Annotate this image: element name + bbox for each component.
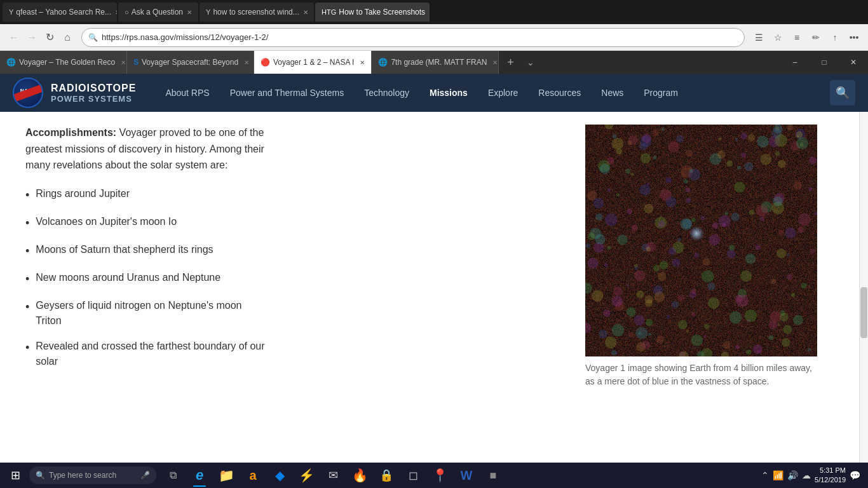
taskbar-dropbox[interactable]: ◆ [267,463,292,488]
tab-close-2[interactable]: ✕ [187,9,192,16]
taskbar-word[interactable]: W [454,463,479,488]
taskbar-notification[interactable]: 💬 [850,470,860,480]
tab2-label-4: 7th grade (MR. MATT FRAN [391,58,487,67]
top-tab-3[interactable]: Y how to screenshot wind... ✕ [200,3,314,22]
nav-technology[interactable]: Technology [354,74,419,112]
nav-missions[interactable]: Missions [419,74,478,112]
taskbar-amazon[interactable]: a [240,463,266,488]
reader-view-button[interactable]: ☰ [750,29,768,46]
taskbar-security[interactable]: 🔒 [374,463,399,488]
nasa-swoosh [13,83,43,103]
second-tab-row: 🌐 Voyager – The Golden Reco ✕ S Voyager … [0,51,868,74]
site-title-line2: POWER SYSTEMS [51,94,136,104]
taskbar-task-view[interactable]: ⧉ [160,463,186,488]
taskbar-volume[interactable]: 🔊 [787,470,798,480]
forward-button[interactable]: → [23,29,41,46]
tab-list-button[interactable]: ⌄ [522,51,539,74]
taskbar-edge[interactable]: e [187,463,212,488]
taskbar-search-box[interactable]: 🔍 Type here to search 🎤 [29,466,156,484]
scrollbar-track[interactable] [859,112,868,463]
tab-close-3[interactable]: ✕ [303,9,308,16]
taskbar-maps[interactable]: 📍 [427,463,452,488]
top-tab-4[interactable]: HTG How to Take Screenshots ✕ [315,3,430,22]
top-tab-label-2: Ask a Question [132,8,183,17]
list-item-3: • Moons of Saturn that shepherd its ring… [25,242,267,260]
notes-button[interactable]: ✏ [807,29,825,46]
nav-about-rps[interactable]: About RPS [155,74,219,112]
tab2-icon-4: 🌐 [378,58,388,67]
taskbar-chevron-up[interactable]: ⌃ [761,470,769,480]
maximize-button[interactable]: □ [810,51,839,74]
taskbar-time: 5:31 PM [815,466,846,475]
nav-explore[interactable]: Explore [478,74,528,112]
taskbar-right: ⌃ 📶 🔊 ☁ 5:31 PM 5/12/2019 💬 [761,466,865,485]
space-canvas [585,125,817,356]
taskbar-mic-icon[interactable]: 🎤 [140,471,150,480]
list-item-4: • New moons around Uranus and Neptune [25,270,267,288]
address-bar[interactable]: 🔍 https://rps.nasa.gov/missions/12/voyag… [81,28,745,47]
taskbar-app-flash[interactable]: ⚡ [294,463,319,488]
taskbar-cloud[interactable]: ☁ [802,470,811,480]
tab-close-1[interactable]: ✕ [115,9,117,16]
taskbar-search-text: Type here to search [49,471,116,480]
nav-power-thermal[interactable]: Power and Thermal Systems [220,74,354,112]
favorites-button[interactable]: ☆ [769,29,787,46]
list-item-2: • Volcanoes on Jupiter's moon Io [25,214,267,232]
scrollbar-thumb[interactable] [860,287,867,338]
start-button[interactable]: ⊞ [3,463,28,488]
tab-voyager-golden[interactable]: 🌐 Voyager – The Golden Reco ✕ [0,51,127,74]
tab2-close-3[interactable]: ✕ [360,59,365,66]
tab2-icon-2: S [133,58,139,67]
share-button[interactable]: ↑ [826,29,844,46]
window-controls: – □ ✕ [780,51,868,74]
nav-program[interactable]: Program [634,74,688,112]
taskbar-network[interactable]: 📶 [773,470,783,480]
tab-icon-1: Y [9,8,13,16]
tab2-label-1: Voyager – The Golden Reco [19,58,115,67]
bullet-dot-4: • [25,271,29,288]
nasa-search-button[interactable]: 🔍 [830,80,855,105]
tab-icon-3: Y [206,8,210,16]
top-tab-2[interactable]: ○ Ask a Question ✕ [118,3,198,22]
close-button[interactable]: ✕ [839,51,868,74]
top-tab-1[interactable]: Y qfeast – Yahoo Search Re... ✕ [3,3,117,22]
taskbar-clock[interactable]: 5:31 PM 5/12/2019 [815,466,846,485]
tab-voyager-spacecraft[interactable]: S Voyager Spacecraft: Beyond ✕ [127,51,254,74]
nav-news[interactable]: News [591,74,634,112]
browser-chrome: Y qfeast – Yahoo Search Re... ✕ ○ Ask a … [0,0,868,112]
site-title: RADIOISOTOPE POWER SYSTEMS [51,83,136,104]
back-button[interactable]: ← [5,29,23,46]
taskbar-roblox[interactable]: ◻ [400,463,426,488]
nasa-logo [13,78,43,108]
more-button[interactable]: ••• [845,29,863,46]
tab2-close-1[interactable]: ✕ [121,59,126,66]
top-tab-label-1: qfeast – Yahoo Search Re... [16,8,111,17]
home-button[interactable]: ⌂ [58,29,76,46]
nav-resources[interactable]: Resources [528,74,591,112]
reading-list-button[interactable]: ≡ [788,29,806,46]
image-caption: Voyager 1 image showing Earth from 4 bil… [585,362,817,388]
accomplishments-paragraph: Accomplishments: Voyager proved to be on… [25,125,267,173]
tab2-label-3: Voyager 1 & 2 – NASA I [273,58,354,67]
bullet-dot-2: • [25,215,29,232]
tab2-close-2[interactable]: ✕ [244,59,249,66]
image-section: Voyager 1 image showing Earth from 4 bil… [585,125,817,388]
list-item-label-3: Moons of Saturn that shepherd its rings [36,242,213,257]
tab-close-4[interactable]: ✕ [429,9,430,16]
accomplishments-list: • Rings around Jupiter • Volcanoes on Ju… [25,186,267,369]
taskbar-app-dark[interactable]: ■ [480,463,506,488]
taskbar-file-explorer[interactable]: 📁 [214,463,239,488]
minimize-button[interactable]: – [780,51,810,74]
tab2-close-4[interactable]: ✕ [492,59,498,66]
taskbar-mail[interactable]: ✉ [320,463,346,488]
new-tab-button[interactable]: + [499,51,522,74]
list-item-label-2: Volcanoes on Jupiter's moon Io [36,214,177,229]
tab-7th-grade[interactable]: 🌐 7th grade (MR. MATT FRAN ✕ [372,51,499,74]
list-item-label-6: Revealed and crossed the farthest bounda… [36,339,267,369]
nasa-navbar: RADIOISOTOPE POWER SYSTEMS About RPS Pow… [0,74,868,112]
refresh-button[interactable]: ↻ [41,29,58,46]
top-tab-label-3: how to screenshot wind... [213,8,299,17]
list-item-label-5: Geysers of liquid nitrogen on Neptune's … [36,298,267,329]
tab-voyager-nasa[interactable]: 🔴 Voyager 1 & 2 – NASA I ✕ [254,51,372,74]
taskbar-app-fire[interactable]: 🔥 [347,463,372,488]
